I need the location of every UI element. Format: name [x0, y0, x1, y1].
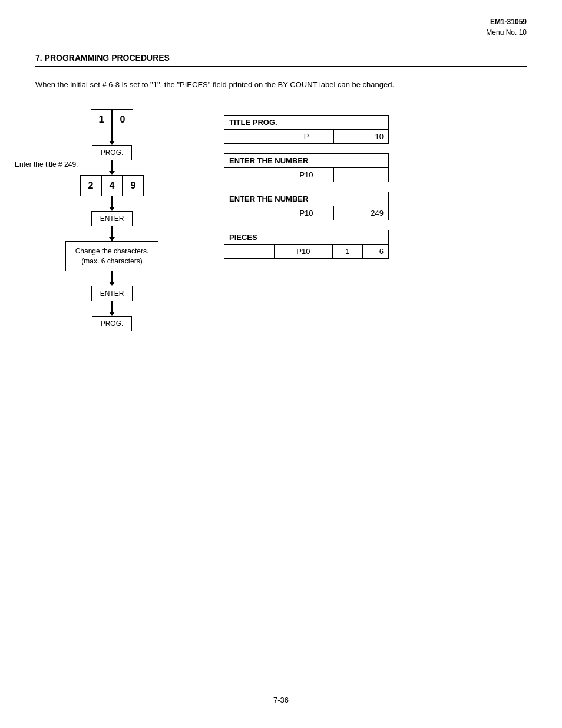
page: EM1-31059 Menu No. 10 7. PROGRAMMING PRO…: [0, 0, 562, 728]
cell-p10-1: P10: [279, 168, 334, 182]
panel-pieces-row: P10 1 6: [224, 245, 388, 258]
line-3: [111, 196, 113, 207]
prog-box-2: PROG.: [92, 316, 133, 331]
cell-empty-5: [224, 245, 275, 258]
digit-1: 1: [91, 109, 112, 130]
line-5: [111, 271, 113, 282]
flowchart: 1 0 PROG. Enter the title # 249. 2: [35, 109, 189, 332]
panel-pieces: PIECES P10 1 6: [224, 230, 389, 259]
digits-10: 1 0: [91, 109, 133, 130]
digits-249: 2 4 9: [80, 175, 144, 196]
change-chars-box: Change the characters. (max. 6 character…: [65, 241, 159, 272]
enter-box-2: ENTER: [91, 286, 133, 301]
digit-4: 4: [101, 175, 123, 196]
digit-0: 0: [112, 109, 133, 130]
line-4: [111, 226, 113, 237]
ui-panels: TITLE PROG. P 10 ENTER THE NUMBER P10 EN…: [224, 115, 389, 259]
arrow-5: [109, 271, 115, 286]
panel-enter-number-2-header: ENTER THE NUMBER: [224, 192, 388, 206]
page-number: 7-36: [273, 696, 289, 704]
cell-empty-2: [224, 168, 279, 182]
content-area: 1 0 PROG. Enter the title # 249. 2: [35, 109, 527, 332]
doc-number: EM1-31059: [486, 18, 527, 26]
tip-6: [109, 312, 115, 316]
cell-empty-4: [224, 206, 279, 220]
flow-step1-digits: 1 0: [91, 109, 133, 130]
digit-2: 2: [80, 175, 101, 196]
line-2: [111, 160, 113, 171]
tip-1: [109, 141, 115, 145]
header-right: EM1-31059 Menu No. 10: [486, 18, 527, 37]
prog-box-1: PROG.: [92, 145, 133, 160]
cell-p: P: [279, 130, 334, 143]
panel-pieces-header: PIECES: [224, 230, 388, 245]
panel-title-prog-header: TITLE PROG.: [224, 116, 388, 130]
enter-box-1: ENTER: [91, 211, 133, 226]
cell-6: 6: [363, 245, 388, 258]
panel-title-prog: TITLE PROG. P 10: [224, 115, 389, 144]
intro-text: When the initial set # 6-8 is set to "1"…: [35, 79, 527, 91]
cell-10: 10: [334, 130, 388, 143]
panel-enter-number-2-row: P10 249: [224, 206, 388, 220]
tip-3: [109, 207, 115, 211]
arrow-3: [109, 196, 115, 211]
line-6: [111, 301, 113, 312]
arrow-4: [109, 226, 115, 241]
digit-9: 9: [123, 175, 144, 196]
tip-5: [109, 282, 115, 286]
side-label: Enter the title # 249.: [15, 160, 78, 169]
section-divider: [35, 66, 527, 67]
change-chars-line1: Change the characters.: [75, 246, 149, 256]
panel-enter-number-2: ENTER THE NUMBER P10 249: [224, 192, 389, 220]
cell-p10-3: P10: [275, 245, 333, 258]
line-1: [111, 130, 113, 141]
cell-p10-2: P10: [279, 206, 334, 220]
tip-2: [109, 171, 115, 175]
arrow-2-wrapper: Enter the title # 249.: [109, 160, 115, 175]
menu-number: Menu No. 10: [486, 28, 527, 37]
section-title: 7. PROGRAMMING PROCEDURES: [35, 53, 527, 62]
tip-4: [109, 237, 115, 241]
panel-enter-number-1: ENTER THE NUMBER P10: [224, 153, 389, 182]
cell-empty-3: [334, 168, 388, 182]
panel-enter-number-1-header: ENTER THE NUMBER: [224, 154, 388, 168]
panel-enter-number-1-row: P10: [224, 168, 388, 182]
arrow-1: [109, 130, 115, 145]
cell-empty-1: [224, 130, 279, 143]
cell-1: 1: [333, 245, 363, 258]
cell-249: 249: [334, 206, 388, 220]
arrow-6: [109, 301, 115, 316]
panel-title-prog-row: P 10: [224, 130, 388, 143]
change-chars-line2: (max. 6 characters): [75, 256, 149, 266]
